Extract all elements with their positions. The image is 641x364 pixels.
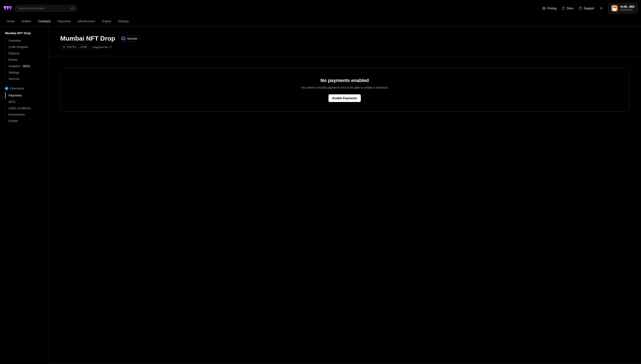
sidebar-group-extensions: Payments NFTs Claim Conditions Permissio… — [5, 92, 48, 124]
page-title: Mumbai NFT Drop — [60, 35, 115, 42]
wallet-chip[interactable]: 0x48...882 0.019 ETH — [608, 3, 637, 14]
pricing-label: Pricing — [547, 6, 557, 10]
sidebar-item-explorer[interactable]: Explorer — [5, 50, 48, 56]
topnav-infrastructure[interactable]: Infrastructure — [74, 16, 99, 26]
footer: Feedback Privacy Policy Terms of Service… — [48, 363, 641, 364]
sidebar-item-payments[interactable]: Payments — [5, 92, 48, 98]
search-container: ⌘K — [15, 5, 77, 12]
network-chip[interactable]: Mumbai — [118, 35, 140, 42]
empty-state-subtitle: You need to enable payments first to be … — [301, 86, 388, 89]
search-input[interactable] — [15, 5, 77, 12]
app-header: ⌘K Pricing Docs S — [0, 0, 641, 16]
contract-address: 0x62FA...e24A — [67, 46, 87, 48]
pricing-link[interactable]: Pricing — [542, 6, 557, 10]
sidebar-item-analytics[interactable]: Analytics BETA — [5, 63, 48, 69]
svg-point-3 — [601, 8, 602, 9]
top-nav: Home Wallets Contracts Payments Infrastr… — [0, 16, 641, 26]
sidebar-title: Mumbai NFT Drop — [0, 32, 48, 38]
wallet-text: 0x48...882 0.019 ETH — [620, 5, 634, 12]
sidebar-group-main: Overview Code Snippets Explorer Events A… — [5, 38, 48, 82]
payments-empty-state-card: No payments enabled You need to enable p… — [60, 68, 629, 112]
topnav-engine[interactable]: Engine — [99, 16, 115, 26]
sun-icon — [599, 6, 603, 10]
sidebar-item-overview[interactable]: Overview — [5, 38, 48, 44]
sidebar-item-events[interactable]: Events — [5, 56, 48, 63]
polygon-network-icon — [121, 36, 125, 40]
document-icon — [562, 6, 565, 10]
enable-payments-button[interactable]: Enable Payments — [328, 94, 361, 102]
sidebar-item-settings[interactable]: Settings — [5, 69, 48, 76]
sidebar-item-permissions[interactable]: Permissions — [5, 111, 48, 118]
svg-rect-4 — [64, 47, 65, 48]
topnav-wallets[interactable]: Wallets — [18, 16, 35, 26]
globe-icon — [542, 6, 546, 10]
svg-point-2 — [580, 9, 580, 9]
docs-link[interactable]: Docs — [562, 6, 574, 10]
header-links: Pricing Docs Support — [542, 3, 637, 14]
empty-state-title: No payments enabled — [320, 78, 369, 83]
support-label: Support — [584, 6, 594, 10]
extensions-icon — [5, 86, 9, 90]
sidebar-item-code-snippets[interactable]: Code Snippets — [5, 44, 48, 50]
support-link[interactable]: Support — [579, 6, 594, 10]
block-explorer-link[interactable]: polygonscan — [93, 46, 112, 49]
wallet-balance: 0.019 ETH — [620, 8, 634, 12]
wallet-avatar-icon — [611, 5, 618, 12]
thirdweb-logo[interactable] — [4, 4, 12, 12]
main-content: Mumbai NFT Drop Mumbai 0x62FA...e24A pol… — [48, 26, 641, 363]
topnav-settings[interactable]: Settings — [115, 16, 132, 26]
topnav-contracts[interactable]: Contracts — [35, 16, 54, 26]
sidebar-item-nfts[interactable]: NFTs — [5, 98, 48, 105]
network-label: Mumbai — [127, 37, 137, 40]
help-circle-icon — [579, 6, 582, 10]
topnav-home[interactable]: Home — [4, 16, 18, 26]
sidebar-item-claim-conditions[interactable]: Claim Conditions — [5, 105, 48, 111]
topnav-payments[interactable]: Payments — [54, 16, 74, 26]
external-link-icon — [109, 46, 112, 48]
divider — [48, 56, 641, 56]
contract-address-chip[interactable]: 0x62FA...e24A — [60, 44, 89, 49]
sidebar-extensions-header: Extensions — [0, 82, 48, 92]
sidebar-item-embed[interactable]: Embed — [5, 118, 48, 124]
sidebar-item-sources[interactable]: Sources — [5, 76, 48, 82]
copy-icon — [63, 46, 65, 48]
theme-toggle[interactable] — [599, 6, 603, 10]
docs-label: Docs — [567, 6, 574, 10]
beta-badge: BETA — [22, 65, 31, 68]
wallet-address: 0x48...882 — [620, 5, 634, 8]
block-explorer-label: polygonscan — [93, 46, 108, 49]
sidebar: Mumbai NFT Drop Overview Code Snippets E… — [0, 26, 48, 363]
